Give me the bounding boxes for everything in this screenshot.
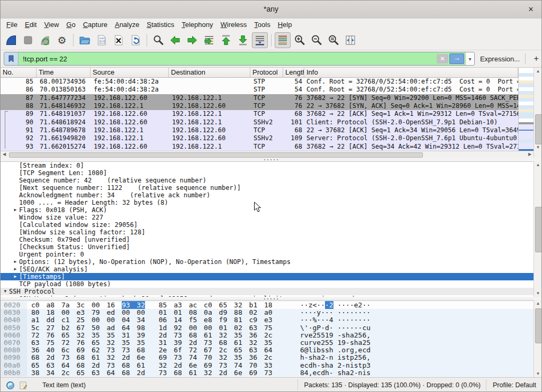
column-header[interactable]: Protocol (250, 68, 283, 77)
column-header[interactable]: Destination (169, 68, 250, 77)
packet-row[interactable]: 8871.648146932192.168.122.1192.168.122.6… (1, 102, 518, 110)
column-header[interactable]: Time (37, 68, 91, 77)
column-header[interactable]: No. (1, 68, 37, 77)
expander-icon[interactable]: ▶ (12, 206, 19, 214)
stop-capture-icon[interactable] (20, 32, 36, 48)
scroll-down-icon[interactable]: ▼ (534, 144, 542, 151)
hex-row[interactable]: 008036 40 6c 69 62 73 73 68 2e 6f 72 67 … (1, 347, 534, 354)
detail-row[interactable]: [Window size scaling factor: 128] (1, 229, 541, 236)
scroll-left-icon[interactable]: ◀ (1, 151, 8, 158)
go-last-icon[interactable] (235, 32, 251, 48)
packet-row[interactable]: 9271.661949820192.168.122.1192.168.122.6… (1, 134, 518, 142)
restart-capture-icon[interactable] (37, 32, 53, 48)
capture-options-icon[interactable]: ⚙ (54, 32, 70, 48)
menu-item[interactable]: Go (62, 20, 79, 30)
expert-info-icon[interactable] (6, 381, 15, 390)
reload-file-icon[interactable] (128, 32, 143, 48)
expander-icon[interactable] (12, 214, 19, 221)
column-header[interactable]: Info (304, 68, 518, 77)
column-header[interactable]: Length (283, 68, 304, 77)
zoom-original-icon[interactable] (326, 32, 341, 48)
scrollbar-thumb[interactable] (9, 152, 423, 158)
detail-row[interactable]: Acknowledgment number: 34 (relative ack … (1, 192, 541, 199)
expander-icon[interactable]: ▶ (12, 258, 19, 266)
apply-filter-icon[interactable]: → (449, 53, 464, 64)
go-back-icon[interactable] (167, 32, 183, 48)
details-vscrollbar[interactable]: ▲ ▼ (534, 161, 542, 297)
hex-row[interactable]: 00505c 27 b2 67 50 ad 64 98 1d 92 00 00 … (1, 324, 534, 332)
save-file-icon[interactable]: 010101100113 (94, 32, 110, 48)
packet-row[interactable]: 8568.001734936fe:54:00:d4:38:2aSTP54Conf… (1, 78, 518, 86)
expander-icon[interactable] (12, 199, 19, 206)
expander-icon[interactable] (12, 236, 19, 243)
colorize-icon[interactable] (275, 32, 291, 48)
detail-row[interactable]: 1000 .... = Header Length: 32 bytes (8) (1, 199, 541, 206)
menu-item[interactable]: View (40, 20, 62, 30)
hex-row[interactable]: 003080 18 00 e3 79 ed 00 00 01 01 08 0a … (1, 309, 534, 316)
expander-icon[interactable] (12, 243, 19, 251)
detail-row[interactable]: [Calculated window size: 29056] (1, 221, 541, 229)
detail-row[interactable]: ▶Flags: 0x018 (PSH, ACK) (1, 206, 541, 214)
menu-item[interactable]: Tools (250, 20, 274, 30)
status-profile[interactable]: Profile: Default (486, 380, 541, 390)
display-filter-input[interactable]: !tcp.port == 22 ✕ → ▾ (4, 52, 475, 66)
detail-row[interactable]: Sequence number: 42 (relative sequence n… (1, 177, 541, 184)
expander-icon[interactable] (12, 221, 19, 229)
go-first-icon[interactable] (218, 32, 234, 48)
detail-row[interactable]: ▶Options: (12 bytes), No-Operation (NOP)… (1, 258, 541, 266)
scrollbar-thumb[interactable] (535, 207, 542, 252)
detail-row[interactable]: TCP payload (1080 bytes) (1, 280, 541, 288)
zoom-out-icon[interactable] (309, 32, 324, 48)
hex-row[interactable]: 007063 75 72 76 65 32 35 35 31 39 2d 73 … (1, 339, 534, 347)
detail-row[interactable]: Window size value: 227 (1, 214, 541, 221)
hex-row[interactable]: 009068 2d 73 68 61 32 2d 6e 69 73 74 70 … (1, 354, 534, 361)
hex-vscrollbar[interactable]: ▲ ▼ (534, 300, 542, 377)
scrollbar-thumb[interactable] (535, 308, 542, 343)
menu-item[interactable]: Statistics (143, 20, 178, 30)
packet-row[interactable]: 9371.662015274192.168.122.60192.168.122.… (1, 143, 518, 151)
close-icon[interactable]: ✕ (526, 4, 536, 15)
close-file-icon[interactable] (111, 32, 127, 48)
packet-row[interactable]: 9071.648618924192.168.122.60192.168.122.… (1, 118, 518, 126)
scroll-up-icon[interactable]: ▲ (534, 68, 542, 75)
filter-bookmark-icon[interactable] (4, 52, 19, 65)
expander-icon[interactable]: ▶ (12, 266, 19, 273)
capture-comment-icon[interactable] (19, 381, 28, 390)
filter-text[interactable]: !tcp.port == 22 (19, 55, 437, 63)
hex-row[interactable]: 0040a1 dd c1 25 00 00 04 34 06 14 f5 e8 … (1, 316, 534, 324)
packet-row[interactable]: 9171.648789678192.168.122.1192.168.122.6… (1, 126, 518, 134)
detail-row[interactable]: Checksum: 0x79ed [unverified] (1, 236, 541, 243)
packet-row[interactable]: 8771.647777234192.168.122.60192.168.122.… (1, 94, 518, 102)
detail-row[interactable]: [Checksum Status: Unverified] (1, 243, 541, 251)
hex-row[interactable]: 0020c0 a8 7a 3c 00 16 93 32 85 a3 ac c0 … (1, 302, 534, 309)
menu-item[interactable]: Telephony (178, 20, 216, 30)
packet-row[interactable]: 8971.648191037192.168.122.60192.168.122.… (1, 110, 518, 118)
menu-item[interactable]: Analyze (111, 20, 143, 30)
open-file-icon[interactable] (77, 32, 93, 48)
detail-row[interactable]: [TCP Segment Len: 1080] (1, 169, 541, 177)
auto-scroll-icon[interactable] (252, 32, 268, 48)
detail-row[interactable]: ▶[SEQ/ACK analysis] (1, 266, 541, 273)
packet-list-hscrollbar[interactable]: ◀ ▶ (1, 151, 534, 158)
go-to-packet-icon[interactable] (201, 32, 217, 48)
packet-row[interactable]: 8670.013850163fe:54:00:d4:38:2aSTP54Conf… (1, 86, 518, 94)
scroll-down-icon[interactable]: ▼ (534, 290, 542, 297)
expander-icon[interactable]: ▼ (2, 288, 9, 295)
expander-icon[interactable]: ▶ (12, 273, 19, 280)
expander-icon[interactable] (12, 184, 19, 192)
find-packet-icon[interactable] (150, 32, 166, 48)
hex-row[interactable]: 00a065 63 64 68 2d 73 68 61 32 2d 6e 69 … (1, 362, 534, 369)
expander-icon[interactable] (12, 162, 19, 169)
menu-item[interactable]: File (3, 20, 21, 30)
expander-icon[interactable] (12, 229, 19, 236)
clear-filter-icon[interactable]: ✕ (437, 54, 448, 63)
detail-row[interactable]: [Stream index: 0] (1, 162, 541, 169)
scroll-down-icon[interactable]: ▼ (534, 370, 542, 377)
detail-row[interactable]: ▼SSH Protocol (1, 288, 535, 295)
filter-history-caret-icon[interactable]: ▾ (465, 52, 474, 65)
packet-list-vscrollbar[interactable]: ▲ ▼ (534, 68, 542, 158)
hex-row[interactable]: 00b038 34 2c 65 63 64 68 2d 73 68 61 32 … (1, 369, 534, 377)
start-capture-icon[interactable] (3, 32, 19, 48)
scrollbar-thumb[interactable] (535, 114, 542, 144)
scroll-up-icon[interactable]: ▲ (534, 161, 542, 168)
